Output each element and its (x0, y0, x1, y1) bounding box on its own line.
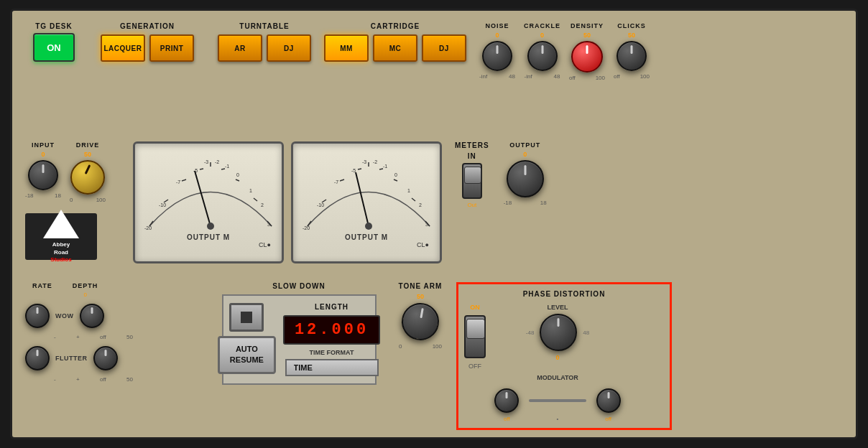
input-max: 18 (55, 192, 61, 199)
input-knob[interactable] (28, 160, 58, 190)
output-max: 18 (540, 200, 547, 206)
modulator-row (494, 388, 621, 413)
bottom-section: RATE DEPTH 0 WOW - + off 50 FLUTTER (19, 279, 849, 430)
abbey-road-triangle (43, 210, 79, 238)
right-meters-section: METERS IN Out OUTPUT 0 -18 18 (455, 141, 620, 208)
on-button[interactable]: ON (33, 33, 75, 62)
vu-svg-right: -20 -10 -7 -5 -3 -2 -1 0 1 2 3 (297, 144, 440, 237)
meters-label: METERS (455, 141, 489, 149)
modulator-knob-right[interactable] (596, 388, 621, 413)
level-knob[interactable] (540, 314, 577, 351)
middle-section: INPUT 0 -18 18 DRIVE 50 0 100 (19, 141, 849, 279)
svg-text:-1: -1 (225, 164, 229, 169)
ar-button[interactable]: AR (218, 34, 262, 62)
crackle-knob-group: CRACKLE 0 -inf 48 (524, 22, 560, 80)
stop-button[interactable] (229, 303, 264, 332)
lacquer-button[interactable]: LACQUER (101, 34, 145, 62)
input-knob-group: INPUT 0 -18 18 (25, 141, 61, 199)
flutter-max: 50 (126, 376, 133, 383)
dj-button-cartridge[interactable]: DJ (422, 34, 466, 62)
meters-output-row: METERS IN Out OUTPUT 0 -18 18 (455, 141, 620, 208)
rate-flutter-knob[interactable] (25, 346, 50, 370)
pd-on-off-toggle[interactable] (464, 315, 486, 358)
depth-wow-knob[interactable] (80, 304, 104, 328)
modulator-section: MODULATOR off • off (494, 374, 621, 422)
flutter-minus: - (54, 376, 56, 383)
flutter-plus: + (76, 376, 80, 383)
abbey-road-text: Abbey Road Studios (50, 241, 71, 263)
clicks-knob[interactable] (617, 41, 647, 71)
modulator-slider[interactable] (529, 399, 586, 402)
slow-down-box: AUTORESUME LENGTH 12.000 TIME FORMAT TIM… (222, 294, 377, 385)
flutter-label: FLUTTER (55, 355, 88, 362)
time-format-label: TIME FORMAT (310, 349, 354, 356)
dj-button-turntable[interactable]: DJ (267, 34, 311, 62)
sd-display-group: LENGTH 12.000 TIME FORMAT TIME BARS (283, 303, 380, 376)
time-format-select[interactable]: TIME BARS (285, 359, 379, 376)
svg-text:1: 1 (407, 188, 410, 193)
crackle-value: 0 (540, 32, 544, 39)
density-knob-group: DENSITY 50 off 100 (569, 22, 605, 81)
density-min: off (569, 75, 576, 81)
turntable-buttons: AR DJ (218, 34, 311, 62)
tone-arm-knob[interactable] (399, 300, 442, 343)
input-value: 0 (41, 151, 45, 158)
tone-arm-max: 100 (433, 343, 442, 350)
rate-knob[interactable] (25, 304, 50, 328)
level-area: LEVEL -48 48 0 (494, 304, 621, 361)
modulator-knob-left[interactable] (494, 388, 519, 413)
svg-line-3 (200, 169, 203, 169)
meters-in-toggle[interactable] (462, 163, 482, 199)
svg-text:-20: -20 (303, 225, 310, 230)
level-row: -48 48 (526, 314, 589, 351)
mc-button[interactable]: MC (373, 34, 417, 62)
clicks-knob-group: CLICKS 50 off 100 (614, 22, 650, 80)
phase-distortion-title: PHASE DISTORTION (464, 290, 664, 298)
svg-text:3: 3 (267, 222, 270, 227)
svg-text:0: 0 (394, 172, 397, 177)
phase-distortion-section: PHASE DISTORTION ON OFF LEVEL -48 (456, 282, 672, 430)
svg-text:-7: -7 (176, 179, 180, 185)
noise-knob[interactable] (482, 41, 512, 71)
drive-max: 100 (96, 197, 106, 203)
svg-text:-3: -3 (204, 159, 208, 164)
pd-main-content: ON OFF LEVEL -48 48 0 (464, 304, 664, 422)
tone-arm-min: 0 (399, 343, 402, 350)
vu-label-right: OUTPUT M (293, 233, 440, 241)
depth-flutter-knob[interactable] (93, 346, 118, 370)
sd-controls: AUTORESUME (218, 303, 276, 374)
svg-text:-10: -10 (159, 202, 166, 207)
level-max: 48 (583, 330, 589, 336)
crackle-knob[interactable] (527, 41, 558, 71)
print-button[interactable]: PRINT (149, 34, 194, 62)
flutter-range: - + off 50 (25, 376, 133, 383)
turntable-section: TURNTABLE AR DJ (218, 22, 311, 62)
vu-label-left: OUTPUT M (135, 233, 282, 241)
time-format-row: TIME FORMAT TIME BARS (285, 349, 379, 376)
cartridge-buttons: MM MC DJ (324, 34, 466, 62)
vu-meter-left: -20 -10 -7 -5 -3 -2 -1 0 1 2 3 OUTPUT M … (133, 141, 284, 263)
density-value: 50 (583, 32, 591, 39)
noise-value: 0 (495, 32, 499, 39)
density-knob[interactable] (571, 41, 603, 73)
output-knob[interactable] (507, 160, 544, 197)
density-label: DENSITY (571, 22, 604, 29)
pd-off-label: OFF (468, 363, 481, 370)
drive-min: 0 (70, 197, 73, 203)
auto-resume-button[interactable]: AUTORESUME (218, 336, 276, 374)
flutter-min: off (100, 376, 106, 383)
cartridge-label: CARTRIDGE (371, 22, 420, 30)
wow-minus: - (54, 334, 56, 340)
pd-right-col: LEVEL -48 48 0 MODULATOR (494, 304, 621, 422)
svg-text:1: 1 (249, 188, 252, 193)
mm-button[interactable]: MM (324, 34, 369, 62)
generation-section: GENERATION LACQUER PRINT (90, 22, 205, 62)
wow-min: off (100, 334, 106, 340)
drive-knob[interactable] (70, 160, 105, 195)
svg-text:-7: -7 (334, 179, 338, 185)
clicks-min: off (614, 73, 620, 80)
noise-max: 48 (509, 73, 515, 80)
top-section: TG DESK ON GENERATION LACQUER PRINT TURN… (19, 18, 849, 141)
pd-toggle-group: ON OFF (464, 304, 486, 422)
output-range: -18 18 (504, 200, 547, 206)
